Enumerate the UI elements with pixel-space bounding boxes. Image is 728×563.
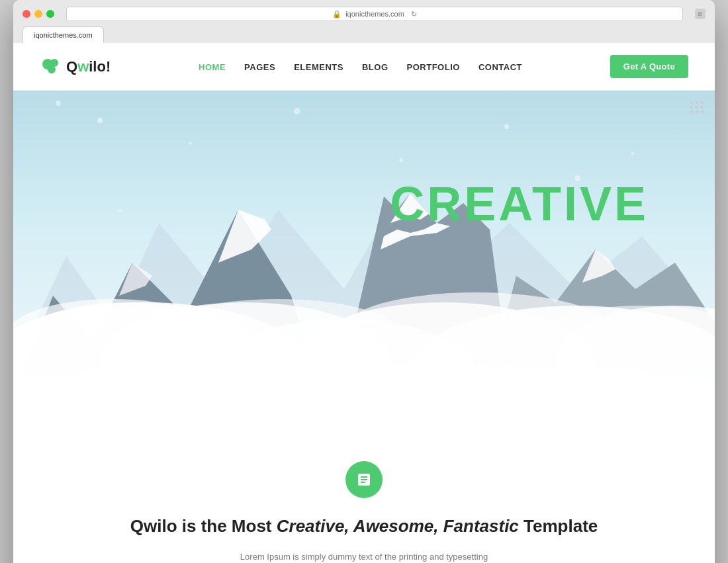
lock-icon: 🔒	[332, 10, 341, 19]
heading-text-2: Template	[519, 516, 598, 536]
navbar: Qwilo! HOME PAGES ELEMENTS BLOG PORTFOLI…	[13, 43, 715, 91]
svg-point-2	[48, 65, 56, 73]
nav-link-portfolio[interactable]: PORTFOLIO	[407, 62, 460, 72]
refresh-icon[interactable]: ↻	[411, 10, 417, 19]
hero-section: CREATIVE	[13, 91, 715, 428]
nav-link-home[interactable]: HOME	[199, 62, 226, 72]
website-content: Qwilo! HOME PAGES ELEMENTS BLOG PORTFOLI…	[13, 43, 715, 563]
address-bar[interactable]: 🔒 iqonicthemes.com ↻	[66, 7, 683, 21]
heading-text-1: Qwilo is the Most	[130, 516, 277, 536]
close-button[interactable]	[23, 10, 30, 18]
content-section: Qwilo is the Most Creative, Awesome, Fan…	[13, 428, 715, 563]
nav-link-pages[interactable]: PAGES	[244, 62, 275, 72]
document-icon	[356, 472, 372, 488]
svg-point-24	[13, 365, 715, 418]
browser-chrome: 🔒 iqonicthemes.com ↻ ⊞ iqonicthemes.com	[13, 0, 715, 43]
nav-item-blog[interactable]: BLOG	[362, 61, 388, 73]
browser-tab-bar: iqonicthemes.com	[23, 26, 705, 43]
active-tab[interactable]: iqonicthemes.com	[23, 26, 104, 43]
mountain-scene	[13, 91, 715, 428]
nav-link-elements[interactable]: ELEMENTS	[294, 62, 343, 72]
logo[interactable]: Qwilo!	[40, 56, 111, 77]
nav-item-elements[interactable]: ELEMENTS	[294, 61, 343, 73]
minimize-button[interactable]	[34, 10, 42, 18]
nav-item-pages[interactable]: PAGES	[244, 61, 275, 73]
nav-item-portfolio[interactable]: PORTFOLIO	[407, 61, 460, 73]
get-quote-button[interactable]: Get A Quote	[610, 55, 688, 78]
nav-links: HOME PAGES ELEMENTS BLOG PORTFOLIO CONTA…	[199, 61, 522, 73]
nav-item-contact[interactable]: CONTACT	[478, 61, 522, 73]
url-text: iqonicthemes.com	[345, 10, 404, 18]
hero-title: CREATIVE	[390, 177, 649, 231]
content-body-text: Lorem Ipsum is simply dummy text of the …	[225, 550, 503, 563]
maximize-button[interactable]	[46, 10, 54, 18]
logo-w: w	[77, 58, 89, 75]
nav-link-blog[interactable]: BLOG	[362, 62, 388, 72]
logo-text: Qwilo!	[66, 58, 111, 75]
decoration-dots	[690, 101, 704, 113]
expand-icon[interactable]: ⊞	[695, 9, 705, 19]
nav-item-home[interactable]: HOME	[199, 61, 226, 73]
nav-link-contact[interactable]: CONTACT	[478, 62, 522, 72]
browser-window: 🔒 iqonicthemes.com ↻ ⊞ iqonicthemes.com …	[13, 0, 715, 563]
heading-emphasis: Creative, Awesome, Fantastic	[277, 516, 519, 536]
logo-icon	[40, 56, 61, 77]
content-heading: Qwilo is the Most Creative, Awesome, Fan…	[40, 514, 688, 538]
content-icon-wrapper	[345, 461, 383, 498]
browser-controls: 🔒 iqonicthemes.com ↻ ⊞	[23, 7, 705, 21]
